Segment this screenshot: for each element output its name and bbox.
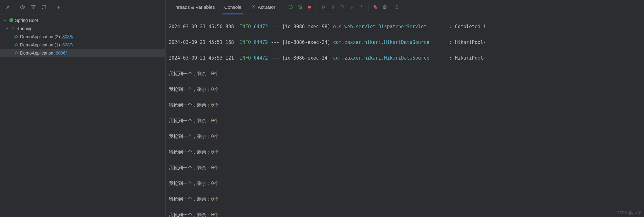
log-line: 我抢到一个，剩余：0个 [169, 148, 641, 156]
bug-icon [14, 34, 19, 40]
tab-threads[interactable]: Threads & Variables [168, 0, 219, 14]
svg-point-4 [15, 44, 18, 46]
services-toolbar [0, 0, 165, 14]
log-line: 我抢到一个，剩余：0个 [169, 101, 641, 109]
svg-rect-9 [308, 6, 311, 8]
log-line: 我抢到一个，剩余：0个 [169, 211, 641, 217]
tree-node-running[interactable]: Running [0, 24, 165, 33]
tab-label: Actuator [258, 4, 275, 10]
svg-marker-2 [12, 27, 14, 29]
svg-rect-12 [332, 6, 333, 9]
tree-node-spring-boot[interactable]: Spring Boot [0, 16, 165, 24]
tab-label: Threads & Variables [173, 4, 215, 10]
filter-icon[interactable] [29, 3, 38, 12]
svg-point-7 [253, 6, 254, 7]
add-icon[interactable] [54, 3, 63, 12]
spring-icon [9, 18, 14, 24]
stop-icon[interactable] [305, 3, 314, 12]
svg-point-19 [397, 5, 397, 6]
debug-panel: Threads & Variables Console Actuator [166, 0, 644, 217]
tree-label: Running [16, 26, 33, 31]
svg-point-20 [397, 7, 397, 7]
more-icon[interactable] [393, 3, 402, 12]
app-port-link[interactable]: :8086/ [55, 50, 67, 56]
view-breakpoints-icon[interactable] [371, 3, 380, 12]
log-line: 2024-03-09 21:45:51.168 INFO 64472 --- [… [169, 39, 641, 46]
svg-marker-11 [324, 6, 326, 9]
app-port-link[interactable]: :8088/ [61, 34, 73, 39]
tab-label: Console [224, 4, 242, 10]
svg-rect-13 [333, 6, 334, 9]
tab-actuator[interactable]: Actuator [247, 0, 280, 14]
step-into-icon[interactable] [348, 3, 356, 12]
log-line: 我抢到一个，剩余：0个 [169, 164, 641, 172]
log-line: 2024-03-09 21:45:53.121 INFO 64472 --- [… [169, 54, 641, 62]
app-name: DemoApplication (1) [20, 42, 60, 47]
debug-tab-bar: Threads & Variables Console Actuator [166, 0, 644, 14]
svg-point-3 [15, 35, 18, 38]
chevron-down-icon [3, 19, 8, 22]
tree-label: Spring Boot [15, 18, 38, 23]
log-line: 我抢到一个，剩余：0个 [169, 133, 641, 140]
watermark: CSDN @小x子 [616, 210, 641, 216]
divider [15, 4, 15, 11]
divider [284, 4, 284, 11]
svg-point-14 [352, 8, 352, 9]
app-name: DemoApplication (2) [20, 34, 60, 39]
chevron-down-icon [4, 27, 9, 30]
step-out-icon[interactable] [357, 3, 366, 12]
pause-icon[interactable] [329, 3, 338, 12]
debug-toolbar [284, 3, 402, 12]
log-line: 我抢到一个，剩余：0个 [169, 180, 641, 188]
log-line: 我抢到一个，剩余：0个 [169, 195, 641, 203]
tree-node-app[interactable]: DemoApplication (2) :8088/ [0, 33, 165, 41]
svg-point-21 [397, 8, 397, 9]
services-tree: Spring Boot Running DemoApplication (2) … [0, 14, 165, 57]
console-output[interactable]: 2024-03-09 21:45:50.898 INFO 64472 --- [… [166, 14, 644, 217]
tab-console[interactable]: Console [220, 0, 246, 14]
bug-icon [14, 42, 19, 48]
log-line: 我抢到一个，剩余：0个 [169, 70, 641, 78]
actuator-icon [251, 4, 256, 10]
divider [51, 4, 51, 11]
tree-node-app[interactable]: DemoApplication :8086/ [0, 49, 165, 57]
step-over-icon[interactable] [338, 3, 347, 12]
log-line: 2024-03-09 21:45:50.898 INFO 64472 --- [… [169, 23, 641, 31]
svg-point-17 [375, 7, 377, 9]
close-icon[interactable] [3, 3, 13, 12]
divider [392, 4, 392, 11]
svg-point-15 [361, 5, 362, 6]
services-panel: Spring Boot Running DemoApplication (2) … [0, 0, 166, 217]
tree-node-app[interactable]: DemoApplication (1) :8087/ [0, 41, 165, 49]
resume-icon[interactable] [319, 3, 328, 12]
log-line: 我抢到一个，剩余：0个 [169, 86, 641, 93]
divider [368, 4, 369, 11]
app-name: DemoApplication [20, 50, 53, 56]
show-icon[interactable] [18, 3, 27, 12]
svg-rect-10 [322, 6, 323, 9]
rerun-icon[interactable] [286, 3, 295, 12]
svg-point-0 [22, 6, 24, 8]
rerun-debug-icon[interactable] [296, 3, 305, 12]
layout-icon[interactable] [39, 3, 49, 12]
app-port-link[interactable]: :8087/ [61, 42, 73, 47]
mute-breakpoints-icon[interactable] [381, 3, 389, 12]
log-line: 我抢到一个，剩余：0个 [169, 117, 641, 125]
divider [317, 4, 317, 11]
bug-icon [14, 50, 19, 56]
play-icon [11, 26, 15, 31]
svg-point-5 [15, 52, 18, 54]
